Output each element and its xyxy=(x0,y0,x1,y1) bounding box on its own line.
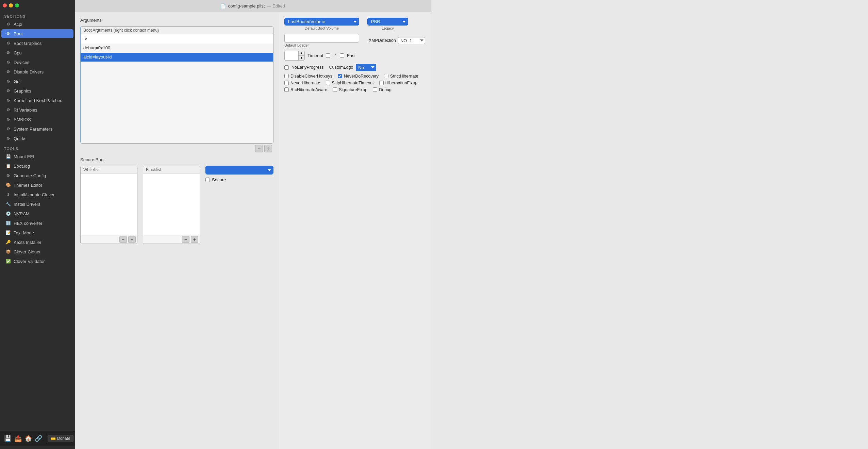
signature-fixup-label: SignatureFixup xyxy=(339,87,367,92)
never-do-recovery-checkbox[interactable] xyxy=(338,74,342,78)
arg-item-2[interactable]: debug=0x100 xyxy=(81,44,273,53)
arg-item-1[interactable]: -v xyxy=(81,34,273,44)
default-loader-label: Default Loader xyxy=(284,43,309,47)
pbr-select[interactable]: PBR xyxy=(367,18,408,26)
sidebar-item-quirks[interactable]: ⚙ Quirks xyxy=(1,134,73,143)
sidebar-item-kexts-installer[interactable]: 🔑 Kexts Installer xyxy=(1,238,73,247)
debug-checkbox[interactable] xyxy=(373,87,377,92)
cpu-icon: ⚙ xyxy=(5,50,11,55)
themes-editor-icon: 🎨 xyxy=(5,182,11,188)
skip-hibernate-timeout-checkbox[interactable] xyxy=(326,81,330,85)
acpi-icon: ⚙ xyxy=(5,21,11,27)
timeout-fast-label: Fast xyxy=(347,53,355,58)
sidebar-item-clover-cloner[interactable]: 📦 Clover Cloner xyxy=(1,247,73,256)
sidebar-item-boot-graphics[interactable]: ⚙ Boot Graphics xyxy=(1,39,73,48)
minimize-button[interactable] xyxy=(9,3,13,7)
sidebar: SECTIONS ⚙ Acpi ⚙ Boot ⚙ Boot Graphics ⚙… xyxy=(0,0,75,449)
arg-item-5 xyxy=(81,70,273,78)
boot-graphics-icon: ⚙ xyxy=(5,40,11,46)
strict-hibernate-label: StrictHibernate xyxy=(390,74,418,79)
signature-fixup-checkbox[interactable] xyxy=(333,87,337,92)
loader-xmp-row: Default Loader XMPDetection NO -1 xyxy=(284,34,425,47)
hibernation-fixup-label: HibernationFixup xyxy=(385,81,418,85)
arg-item-10 xyxy=(81,111,273,119)
sidebar-item-cpu[interactable]: ⚙ Cpu xyxy=(1,48,73,57)
strict-hibernate-checkbox[interactable] xyxy=(384,74,388,78)
custom-logo-select[interactable]: No xyxy=(356,64,376,71)
sidebar-item-acpi[interactable]: ⚙ Acpi xyxy=(1,20,73,29)
rtc-hibernate-aware-checkbox[interactable] xyxy=(284,87,289,92)
sidebar-item-disable-drivers[interactable]: ⚙ Disable Drivers xyxy=(1,67,73,76)
add-blacklist-button[interactable]: + xyxy=(191,236,198,243)
no-early-progress-checkbox[interactable] xyxy=(284,65,289,70)
timeout-fast-checkbox[interactable] xyxy=(340,53,344,58)
graphics-icon: ⚙ xyxy=(5,88,11,94)
arguments-box: Boot Arguments (right click context menu… xyxy=(80,26,273,144)
hibernation-fixup-checkbox[interactable] xyxy=(379,81,384,85)
generate-config-icon: ⚙ xyxy=(5,173,11,178)
edited-label: — xyxy=(267,3,271,9)
smbios-icon: ⚙ xyxy=(5,117,11,122)
secure-right-panel: Secure xyxy=(205,166,273,186)
timeout-neg1-label: -1 xyxy=(333,53,337,58)
add-whitelist-button[interactable]: + xyxy=(128,236,136,243)
sidebar-item-install-update-clover[interactable]: ⬇ Install/Update Clover xyxy=(1,190,73,199)
arguments-label: Arguments xyxy=(80,18,273,23)
sections-header: SECTIONS xyxy=(0,11,75,19)
sidebar-item-install-drivers[interactable]: 🔧 Install Drivers xyxy=(1,200,73,209)
remove-whitelist-button[interactable]: − xyxy=(119,236,127,243)
spinner-down[interactable]: ▼ xyxy=(299,56,304,60)
sidebar-item-graphics[interactable]: ⚙ Graphics xyxy=(1,86,73,95)
close-button[interactable] xyxy=(3,3,7,7)
sidebar-item-rt-variables[interactable]: ⚙ Rt Variables xyxy=(1,105,73,114)
sidebar-item-mount-efi[interactable]: 💾 Mount EFI xyxy=(1,152,73,161)
disable-clover-hotkeys-label: DisableCloverHotkeys xyxy=(290,74,332,79)
rt-icon: ⚙ xyxy=(5,107,11,113)
maximize-button[interactable] xyxy=(15,3,19,7)
timeout-neg1-checkbox[interactable] xyxy=(326,53,330,58)
sidebar-item-kernel-kext[interactable]: ⚙ Kernel and Kext Patches xyxy=(1,96,73,105)
secure-checkbox[interactable] xyxy=(205,178,210,182)
xmp-select[interactable]: NO -1 xyxy=(398,37,425,44)
remove-blacklist-button[interactable]: − xyxy=(182,236,189,243)
sidebar-item-system-parameters[interactable]: ⚙ System Parameters xyxy=(1,124,73,133)
sidebar-item-hex-converter[interactable]: 🔢 HEX converter xyxy=(1,219,73,228)
home-bottom-icon[interactable]: 🏠 xyxy=(24,435,32,442)
checkbox-row-2: NeverHibernate SkipHibernateTimeout Hibe… xyxy=(284,81,425,85)
never-do-recovery-label: NeverDoRecovery xyxy=(344,74,379,79)
skip-hibernate-timeout-label: SkipHibernateTimeout xyxy=(332,81,374,85)
sidebar-item-boot-log[interactable]: 📋 Boot.log xyxy=(1,162,73,170)
secure-boot-label: Secure Boot xyxy=(80,157,273,162)
arg-item-3[interactable]: alcid=layout-id xyxy=(81,53,273,62)
whitelist-controls: − + xyxy=(81,235,137,244)
save-bottom-icon[interactable]: 💾 xyxy=(4,435,12,442)
arg-item-4 xyxy=(81,62,273,70)
sidebar-item-devices[interactable]: ⚙ Devices xyxy=(1,58,73,67)
remove-arg-button[interactable]: − xyxy=(255,145,263,152)
arg-item-8 xyxy=(81,94,273,102)
spinner-up[interactable]: ▲ xyxy=(299,51,304,56)
sidebar-item-clover-validator[interactable]: ✅ Clover Validator xyxy=(1,257,73,266)
sidebar-item-generate-config[interactable]: ⚙ Generate Config xyxy=(1,171,73,180)
default-boot-volume-select[interactable]: LastBootedVolume xyxy=(284,18,359,26)
sidebar-item-nvram[interactable]: 💿 NVRAM xyxy=(1,209,73,218)
never-hibernate-checkbox[interactable] xyxy=(284,81,289,85)
sidebar-item-boot[interactable]: ⚙ Boot xyxy=(1,29,73,38)
timeout-input[interactable]: 5 xyxy=(285,52,298,59)
secure-boot-select[interactable] xyxy=(205,166,273,174)
args-controls: − + xyxy=(80,144,273,153)
share-bottom-icon[interactable]: 🔗 xyxy=(35,435,42,442)
sidebar-item-gui[interactable]: ⚙ Gui xyxy=(1,77,73,86)
skip-hibernate-timeout-item: SkipHibernateTimeout xyxy=(326,81,374,85)
default-loader-input[interactable] xyxy=(284,34,359,43)
sidebar-item-smbios[interactable]: ⚙ SMBIOS xyxy=(1,115,73,124)
donate-button[interactable]: 💳 Donate xyxy=(48,435,73,442)
disable-clover-hotkeys-checkbox[interactable] xyxy=(284,74,289,78)
xmp-label: XMPDetection xyxy=(369,38,396,43)
add-arg-button[interactable]: + xyxy=(264,145,272,152)
arguments-list: -v debug=0x100 alcid=layout-id xyxy=(81,34,273,143)
sidebar-item-text-mode[interactable]: 📝 Text Mode xyxy=(1,228,73,237)
sidebar-item-themes-editor[interactable]: 🎨 Themes Editor xyxy=(1,181,73,189)
content-area: Arguments Boot Arguments (right click co… xyxy=(75,12,431,449)
export-bottom-icon[interactable]: 📤 xyxy=(14,435,22,442)
